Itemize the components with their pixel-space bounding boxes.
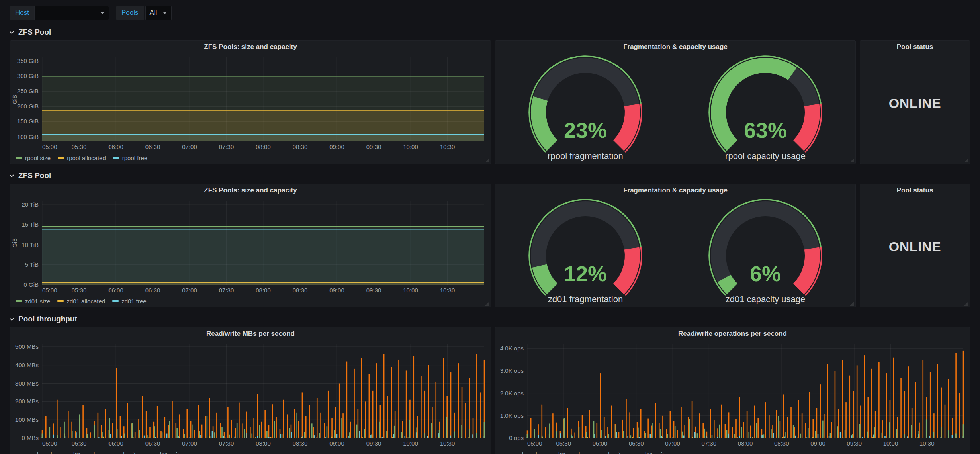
- panel-rw-ops: Read/write operations per second 0 ops1.…: [495, 327, 970, 454]
- svg-text:05:30: 05:30: [556, 440, 571, 447]
- legend-series-label: zd01 read: [68, 451, 95, 454]
- svg-text:300 MBs: 300 MBs: [15, 380, 39, 387]
- svg-text:07:00: 07:00: [182, 287, 197, 294]
- legend-series-label: rpool write: [596, 451, 624, 454]
- svg-text:09:00: 09:00: [810, 440, 825, 447]
- svg-text:07:30: 07:30: [219, 287, 234, 294]
- pool-status-value: ONLINE: [860, 53, 970, 164]
- gauge-rpool-fragmentation: 23%rpool fragmentation: [495, 53, 675, 164]
- timeseries-chart[interactable]: 0 MBs100 MBs200 MBs300 MBs400 MBs500 MBs…: [10, 340, 491, 448]
- svg-text:08:00: 08:00: [256, 440, 271, 447]
- svg-text:250 GiB: 250 GiB: [17, 88, 39, 94]
- legend-series-label: rpool allocated: [67, 155, 106, 161]
- svg-text:GiB: GiB: [12, 238, 18, 247]
- legend-series-label: zd01 write: [640, 451, 667, 454]
- row-zd01: ZFS Pools: size and capacity 0 GiB5 TiB1…: [0, 184, 980, 307]
- svg-text:10:00: 10:00: [403, 287, 418, 294]
- svg-text:06:30: 06:30: [629, 440, 644, 447]
- svg-text:2.0K ops: 2.0K ops: [500, 390, 524, 397]
- svg-text:05:30: 05:30: [72, 440, 87, 447]
- gauge-value: 63%: [744, 118, 787, 142]
- svg-text:08:30: 08:30: [293, 287, 308, 294]
- gauge-value: 6%: [750, 262, 781, 286]
- panel-title[interactable]: ZFS Pools: size and capacity: [10, 41, 491, 53]
- svg-text:08:00: 08:00: [738, 440, 753, 447]
- svg-text:10 TiB: 10 TiB: [22, 241, 39, 248]
- svg-text:07:00: 07:00: [182, 440, 197, 447]
- timeseries-chart[interactable]: 0 ops1.0K ops2.0K ops3.0K ops4.0K ops05:…: [495, 340, 970, 448]
- panel-title[interactable]: Pool status: [860, 184, 970, 197]
- timeseries-chart[interactable]: 100 GiB150 GiB200 GiB250 GiB300 GiB350 G…: [10, 53, 491, 152]
- legend-series-label: rpool read: [510, 451, 537, 454]
- legend-item[interactable]: zd01 read: [544, 451, 580, 454]
- chevron-down-icon: [100, 12, 105, 14]
- gauge-label: rpool capacity usage: [725, 151, 806, 161]
- svg-text:08:00: 08:00: [256, 143, 271, 150]
- legend-item[interactable]: rpool free: [113, 155, 147, 161]
- svg-text:09:00: 09:00: [329, 143, 344, 150]
- section-title: ZFS Pool: [18, 28, 51, 37]
- svg-text:3.0K ops: 3.0K ops: [500, 367, 524, 374]
- panel-title[interactable]: Read/write operations per second: [495, 327, 970, 340]
- svg-text:09:00: 09:00: [329, 287, 344, 294]
- panel-title[interactable]: ZFS Pools: size and capacity: [10, 184, 491, 197]
- chevron-down-icon: [9, 29, 15, 35]
- legend-series-label: rpool read: [25, 451, 52, 454]
- timeseries-chart[interactable]: 0 GiB5 TiB10 TiB15 TiB20 TiB05:0005:3006…: [10, 197, 491, 295]
- panel-zd01-fragmentation-capacity: Fragmentation & capacity usage 12%zd01 f…: [495, 184, 856, 307]
- legend-item[interactable]: zd01 free: [112, 298, 147, 305]
- svg-text:0 ops: 0 ops: [509, 434, 524, 441]
- svg-text:09:30: 09:30: [366, 440, 381, 447]
- panel-title[interactable]: Fragmentation & capacity usage: [495, 184, 855, 197]
- svg-text:GiB: GiB: [12, 95, 18, 104]
- legend-item[interactable]: zd01 read: [59, 451, 95, 454]
- svg-text:08:30: 08:30: [293, 143, 308, 150]
- grafana-dashboard: Host Pools All ZFS Pool ZFS Pools: size …: [0, 0, 980, 454]
- host-variable-dropdown[interactable]: [34, 6, 109, 20]
- pools-variable-dropdown[interactable]: All: [145, 6, 172, 20]
- legend-series-label: rpool size: [25, 155, 51, 161]
- chart-legend: rpool sizerpool allocatedrpool free: [10, 152, 491, 164]
- legend-item[interactable]: rpool size: [16, 155, 51, 161]
- panel-title[interactable]: Read/write MBs per second: [10, 327, 491, 340]
- legend-item[interactable]: zd01 size: [16, 298, 50, 305]
- svg-text:1.0K ops: 1.0K ops: [500, 412, 524, 419]
- svg-text:07:00: 07:00: [182, 143, 197, 150]
- svg-text:350 GiB: 350 GiB: [17, 57, 39, 64]
- legend-series-marker: [57, 300, 64, 302]
- panel-title[interactable]: Pool status: [860, 41, 970, 53]
- svg-text:20 TiB: 20 TiB: [22, 201, 39, 208]
- svg-text:07:30: 07:30: [219, 143, 234, 150]
- svg-text:09:30: 09:30: [366, 287, 381, 294]
- chevron-down-icon: [9, 173, 15, 179]
- section-header-pool-throughput[interactable]: Pool throughput: [0, 311, 980, 327]
- svg-text:06:00: 06:00: [593, 440, 608, 447]
- svg-text:0 MBs: 0 MBs: [22, 434, 39, 441]
- gauge-rpool-capacity-usage: 63%rpool capacity usage: [675, 53, 855, 164]
- chevron-down-icon: [9, 316, 15, 322]
- legend-series-marker: [112, 300, 119, 302]
- legend-item[interactable]: rpool write: [587, 451, 624, 454]
- svg-text:09:30: 09:30: [366, 143, 381, 150]
- svg-text:4.0K ops: 4.0K ops: [500, 345, 524, 352]
- legend-item[interactable]: rpool allocated: [58, 155, 106, 161]
- svg-text:05:00: 05:00: [527, 440, 542, 447]
- svg-text:10:00: 10:00: [403, 440, 418, 447]
- panel-rpool-size-capacity: ZFS Pools: size and capacity 100 GiB150 …: [10, 40, 491, 164]
- legend-item[interactable]: rpool read: [16, 451, 52, 454]
- gauge-group: 12%zd01 fragmentation 6%zd01 capacity us…: [495, 197, 855, 307]
- panel-title[interactable]: Fragmentation & capacity usage: [495, 41, 855, 53]
- section-header-zfs-pool-2[interactable]: ZFS Pool: [0, 167, 980, 184]
- panel-rw-mbs: Read/write MBs per second 0 MBs100 MBs20…: [10, 327, 491, 454]
- svg-text:500 MBs: 500 MBs: [15, 343, 39, 350]
- panel-rpool-fragmentation-capacity: Fragmentation & capacity usage 23%rpool …: [495, 40, 856, 164]
- gauge-value: 23%: [564, 118, 607, 142]
- svg-text:400 MBs: 400 MBs: [15, 362, 39, 368]
- legend-item[interactable]: rpool read: [501, 451, 537, 454]
- legend-item[interactable]: zd01 write: [631, 451, 667, 454]
- legend-item[interactable]: zd01 allocated: [57, 298, 105, 305]
- legend-item[interactable]: zd01 write: [146, 451, 182, 454]
- host-variable-label: Host: [10, 6, 34, 20]
- legend-item[interactable]: rpool write: [102, 451, 139, 454]
- section-header-zfs-pool-1[interactable]: ZFS Pool: [0, 24, 980, 40]
